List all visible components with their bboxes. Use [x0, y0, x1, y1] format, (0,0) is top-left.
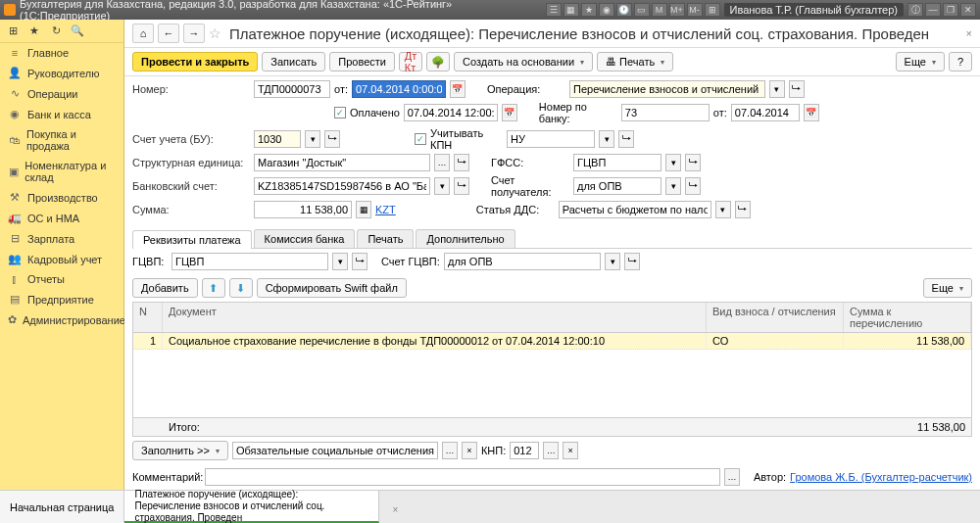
post-and-close-button[interactable]: Провести и закрыть: [132, 52, 258, 71]
sidebar-item[interactable]: ◉Банк и касса: [0, 104, 123, 124]
kpn-input[interactable]: [507, 130, 595, 148]
minimize-icon[interactable]: —: [925, 3, 941, 17]
open-icon[interactable]: ⮡: [352, 253, 368, 270]
calendar-icon[interactable]: 📅: [450, 80, 466, 98]
table-row[interactable]: 1 Социальное страхование перечисление в …: [133, 333, 971, 350]
move-down-button[interactable]: ⬇: [229, 278, 253, 298]
sum-input[interactable]: [254, 201, 352, 218]
sidebar-item[interactable]: ▤Предприятие: [0, 289, 123, 309]
sidebar-item[interactable]: 👥Кадровый учет: [0, 249, 123, 269]
open-icon[interactable]: ⮡: [624, 253, 640, 270]
user-badge[interactable]: Иванова Т.Р. (Главный бухгалтер): [724, 3, 905, 17]
toolbar-btn[interactable]: M-: [687, 3, 703, 17]
author-link[interactable]: Громова Ж.Б. (Бухгалтер-расчетчик): [790, 471, 972, 483]
number-input[interactable]: [254, 80, 330, 98]
sidebar-item[interactable]: ⚒Производство: [0, 187, 123, 208]
sidebar-item[interactable]: ▣Номенклатура и склад: [0, 156, 123, 187]
toolbar-btn[interactable]: ▦: [564, 3, 579, 17]
info-icon[interactable]: ⓘ: [907, 3, 923, 17]
account-input[interactable]: [254, 130, 301, 148]
dds-input[interactable]: [559, 201, 711, 218]
open-icon[interactable]: ⮡: [685, 154, 701, 171]
more-button[interactable]: Еще: [896, 52, 945, 71]
clear-icon[interactable]: ×: [563, 442, 578, 459]
clear-icon[interactable]: ×: [462, 442, 477, 459]
open-icon[interactable]: ⮡: [735, 201, 751, 218]
sidebar-item[interactable]: ∿Операции: [0, 83, 123, 104]
home-button[interactable]: ⌂: [132, 24, 154, 43]
tab-current-doc[interactable]: Платежное поручение (исходящее): Перечис…: [124, 491, 379, 523]
calendar-icon[interactable]: 📅: [502, 104, 517, 121]
select-icon[interactable]: …: [543, 442, 559, 459]
recip-input[interactable]: [573, 177, 662, 195]
open-icon[interactable]: ⮡: [618, 130, 634, 148]
tab-bank-commission[interactable]: Комиссия банка: [254, 229, 356, 248]
swift-button[interactable]: Сформировать Swift файл: [257, 278, 407, 298]
knp-input[interactable]: [510, 442, 539, 459]
open-icon[interactable]: ⮡: [685, 177, 701, 195]
bankacc-input[interactable]: [254, 177, 430, 195]
history-icon[interactable]: ↻: [49, 24, 63, 38]
close-icon[interactable]: ✕: [960, 3, 976, 17]
dk-button[interactable]: ДтКт: [399, 52, 422, 71]
dropdown-icon[interactable]: ▾: [769, 80, 785, 98]
dropdown-icon[interactable]: ▾: [305, 130, 320, 148]
open-icon[interactable]: ⮡: [454, 154, 469, 171]
apps-icon[interactable]: ⊞: [6, 24, 20, 38]
more-grid-button[interactable]: Еще: [923, 278, 972, 298]
sidebar-item[interactable]: ✿Администрирование: [0, 309, 123, 330]
tab-print[interactable]: Печать: [357, 229, 414, 248]
bank-date-input[interactable]: [731, 104, 800, 121]
fill-button[interactable]: Заполнить >>: [132, 441, 228, 460]
date-input[interactable]: [352, 80, 446, 98]
toolbar-btn[interactable]: 🕐: [616, 3, 632, 17]
help-button[interactable]: ?: [949, 52, 972, 71]
open-icon[interactable]: ⮡: [324, 130, 340, 148]
search-icon[interactable]: 🔍: [71, 24, 84, 38]
toolbar-btn[interactable]: ▭: [634, 3, 650, 17]
sidebar-item[interactable]: ⫿Отчеты: [0, 269, 123, 289]
forward-button[interactable]: →: [183, 24, 205, 43]
open-icon[interactable]: ⮡: [789, 80, 805, 98]
create-based-button[interactable]: Создать на основании: [454, 52, 593, 71]
kpn-checkbox[interactable]: ✓: [415, 133, 426, 145]
open-icon[interactable]: ⮡: [454, 177, 469, 195]
sidebar-item[interactable]: 👤Руководителю: [0, 63, 123, 83]
comment-input[interactable]: [205, 468, 720, 486]
star-icon[interactable]: ★: [27, 24, 41, 38]
select-icon[interactable]: …: [724, 468, 740, 486]
tab-close-icon[interactable]: ×: [393, 504, 399, 515]
toolbar-btn[interactable]: ★: [581, 3, 597, 17]
calc-icon[interactable]: ▦: [356, 201, 371, 218]
paid-checkbox[interactable]: ✓: [334, 107, 346, 119]
toolbar-btn[interactable]: M: [652, 3, 667, 17]
structure-button[interactable]: 🌳: [426, 52, 450, 71]
gcvp-input[interactable]: [172, 253, 328, 270]
maximize-icon[interactable]: ❐: [943, 3, 958, 17]
currency-link[interactable]: KZT: [375, 204, 396, 215]
post-button[interactable]: Провести: [329, 52, 395, 71]
sidebar-item[interactable]: ≡Главное: [0, 43, 123, 63]
select-icon[interactable]: …: [442, 442, 458, 459]
print-button[interactable]: 🖶 Печать: [597, 52, 673, 71]
dropdown-icon[interactable]: ▾: [665, 154, 681, 171]
sidebar-item[interactable]: 🚛ОС и НМА: [0, 208, 123, 228]
save-button[interactable]: Записать: [262, 52, 325, 71]
dropdown-icon[interactable]: ▾: [715, 201, 731, 218]
operation-select[interactable]: [569, 80, 765, 98]
toolbar-btn[interactable]: ◉: [599, 3, 614, 17]
dropdown-icon[interactable]: ▾: [332, 253, 348, 270]
tab-additional[interactable]: Дополнительно: [416, 229, 514, 248]
tab-payment-details[interactable]: Реквизиты платежа: [132, 230, 252, 249]
bank-num-input[interactable]: [621, 104, 710, 121]
back-button[interactable]: ←: [158, 24, 179, 43]
add-button[interactable]: Добавить: [132, 278, 198, 298]
toolbar-btn[interactable]: ⊞: [705, 3, 720, 17]
gfss-input[interactable]: [573, 154, 662, 171]
dropdown-icon[interactable]: ▾: [599, 130, 614, 148]
paid-date-input[interactable]: [404, 104, 498, 121]
purpose-input[interactable]: [232, 442, 438, 459]
select-icon[interactable]: …: [434, 154, 450, 171]
unit-input[interactable]: [254, 154, 430, 171]
toolbar-btn[interactable]: M+: [669, 3, 685, 17]
